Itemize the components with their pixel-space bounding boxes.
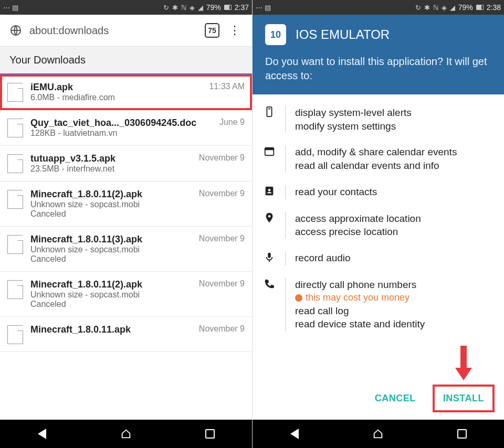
- permission-text: add, modify & share calendar eventsread …: [295, 145, 457, 172]
- status-bar: ⋯ ▧ ↻ ✱ ℕ ◈ ◢ 79% 2:38: [253, 0, 504, 15]
- android-recent-button[interactable]: [194, 425, 226, 442]
- svg-point-7: [268, 215, 271, 218]
- status-apps-icon: ▧: [265, 4, 271, 12]
- permission-text: record audio: [295, 251, 351, 265]
- android-back-button[interactable]: [26, 425, 58, 442]
- download-subtext: 128KB - luatvietnam.vn: [30, 129, 212, 138]
- file-icon: [7, 190, 23, 209]
- calendar-icon: [263, 145, 276, 159]
- install-highlight-box: INSTALL: [433, 385, 495, 412]
- mic-icon: [263, 251, 276, 265]
- phone-icon: [263, 278, 276, 292]
- downloads-section-title: Your Downloads: [0, 47, 252, 74]
- permission-row: record audio: [263, 251, 494, 265]
- download-item[interactable]: tutuapp_v3.1.5.apk23.5MB - interfnew.net…: [0, 146, 252, 182]
- instruction-arrow-icon: [453, 346, 474, 382]
- android-home-button[interactable]: [110, 425, 142, 442]
- address-url[interactable]: about:downloads: [29, 25, 197, 37]
- download-timestamp: November 9: [199, 234, 245, 243]
- globe-icon: [9, 24, 22, 37]
- download-filename: Minecraft_1.8.0.11(3).apk: [30, 234, 192, 245]
- install-button[interactable]: INSTALL: [436, 388, 491, 409]
- download-timestamp: 11:33 AM: [209, 82, 245, 91]
- installer-prompt: Do you want to install this application?…: [265, 55, 491, 83]
- download-subtext: 23.5MB - interfnew.net: [30, 164, 192, 174]
- status-signal-icon: ◢: [198, 4, 203, 12]
- file-icon: [7, 280, 23, 299]
- download-item[interactable]: Quy_tac_viet_hoa..._0306094245.doc128KB …: [0, 110, 252, 146]
- download-item[interactable]: Minecraft_1.8.0.11(3).apkUnknown size - …: [0, 227, 252, 272]
- svg-rect-2: [268, 109, 270, 110]
- permission-text: read your contacts: [295, 185, 377, 199]
- download-timestamp: November 9: [199, 279, 245, 289]
- status-bluetooth-icon: ✱: [424, 4, 430, 12]
- download-timestamp: November 9: [199, 189, 245, 198]
- download-filename: Minecraft_1.8.0.11(2).apk: [30, 279, 192, 290]
- status-sync-icon: ↻: [415, 4, 421, 12]
- status-sync-icon: ↻: [163, 4, 169, 12]
- permission-row: directly call phone numbersthis may cost…: [263, 278, 494, 331]
- phone-right-installer: ⋯ ▧ ↻ ✱ ℕ ◈ ◢ 79% 2:38 10 IOS EMULATOR D…: [252, 0, 504, 448]
- download-status: Canceled: [30, 254, 192, 264]
- permission-divider: [285, 185, 286, 199]
- android-back-button[interactable]: [279, 425, 310, 442]
- download-status: Canceled: [30, 300, 192, 309]
- status-bar: ⋯ ▧ ↻ ✱ ℕ ◈ ◢ 79% 2:37: [0, 0, 252, 15]
- permissions-list: display system-level alertsmodify system…: [253, 94, 504, 381]
- status-apps-icon: ▧: [12, 4, 18, 12]
- permission-text: access approximate locationaccess precis…: [295, 212, 421, 239]
- permission-divider: [285, 251, 286, 265]
- downloads-list: iEMU.apk6.0MB - mediafire.com11:33 AMQuy…: [0, 74, 252, 420]
- download-timestamp: November 9: [199, 324, 245, 334]
- permission-divider: [285, 212, 286, 239]
- permission-divider: [285, 278, 286, 331]
- svg-rect-1: [267, 107, 271, 116]
- download-filename: Minecraft_1.8.0.11.apk: [30, 324, 192, 335]
- overflow-menu-icon[interactable]: ⋮: [227, 24, 243, 37]
- download-item[interactable]: iEMU.apk6.0MB - mediafire.com11:33 AM: [0, 74, 252, 110]
- status-battery-text: 79%: [206, 3, 221, 12]
- download-subtext: Unknown size - sopcast.mobi: [30, 200, 192, 209]
- download-item[interactable]: Minecraft_1.8.0.11(2).apkUnknown size - …: [0, 272, 252, 317]
- permission-warning: this may cost you money: [295, 291, 425, 304]
- download-filename: Quy_tac_viet_hoa..._0306094245.doc: [30, 118, 212, 129]
- permission-row: add, modify & share calendar eventsread …: [263, 145, 494, 172]
- file-icon: [7, 235, 23, 254]
- svg-rect-10: [460, 346, 467, 368]
- permission-divider: [285, 145, 286, 172]
- installer-app-name: IOS EMULATOR: [296, 27, 390, 42]
- svg-rect-8: [268, 253, 271, 258]
- file-icon: [7, 325, 23, 344]
- battery-icon: [224, 5, 232, 10]
- contacts-icon: [263, 185, 276, 199]
- status-bluetooth-icon: ✱: [172, 4, 178, 12]
- status-battery-text: 79%: [458, 3, 473, 12]
- file-icon: [7, 119, 23, 137]
- permission-row: access approximate locationaccess precis…: [263, 212, 494, 239]
- download-status: Canceled: [30, 209, 192, 219]
- permission-divider: [285, 106, 286, 133]
- money-icon: [295, 294, 302, 302]
- status-signal-icon: ◢: [450, 4, 455, 12]
- battery-icon: [476, 5, 484, 10]
- cancel-button[interactable]: CANCEL: [368, 388, 423, 409]
- download-filename: iEMU.apk: [30, 82, 202, 93]
- svg-marker-11: [455, 368, 472, 380]
- status-nfc-icon: ℕ: [181, 4, 186, 12]
- app-icon: 10: [265, 24, 286, 45]
- download-item[interactable]: Minecraft_1.8.0.11.apkNovember 9: [0, 317, 252, 352]
- download-subtext: 6.0MB - mediafire.com: [30, 93, 202, 102]
- file-icon: [7, 154, 23, 173]
- permission-row: display system-level alertsmodify system…: [263, 106, 494, 133]
- status-nfc-icon: ℕ: [433, 4, 438, 12]
- device-icon: [263, 106, 276, 120]
- android-home-button[interactable]: [362, 425, 394, 442]
- status-wifi-icon: ◈: [190, 4, 195, 12]
- status-wifi-icon: ◈: [442, 4, 447, 12]
- android-recent-button[interactable]: [446, 425, 478, 442]
- tabs-count-button[interactable]: 75: [205, 23, 219, 38]
- permission-row: read your contacts: [263, 185, 494, 199]
- download-subtext: Unknown size - sopcast.mobi: [30, 290, 192, 300]
- download-item[interactable]: Minecraft_1.8.0.11(2).apkUnknown size - …: [0, 182, 252, 227]
- svg-point-6: [268, 188, 271, 191]
